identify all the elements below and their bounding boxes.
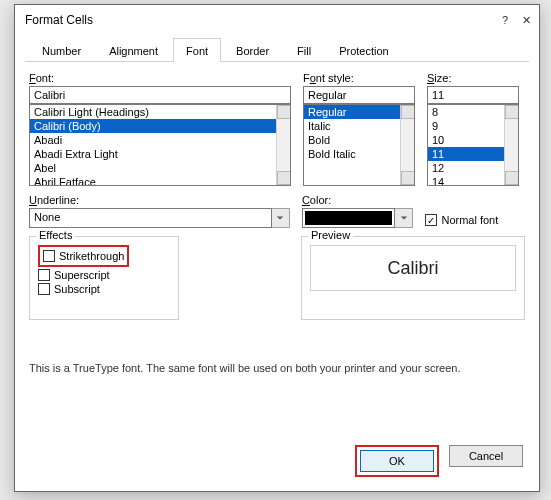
list-item[interactable]: Calibri (Body) (30, 119, 290, 133)
content: Font: Calibri Light (Headings) Calibri (… (15, 62, 539, 384)
ok-button[interactable]: OK (360, 450, 434, 472)
chevron-down-icon[interactable] (272, 208, 290, 228)
size-input[interactable] (427, 86, 519, 104)
list-item[interactable]: Abadi (30, 133, 290, 147)
preview-group: Preview Calibri (301, 236, 525, 320)
checkbox-icon: ✓ (425, 214, 437, 226)
tab-font[interactable]: Font (173, 38, 221, 62)
cancel-button[interactable]: Cancel (449, 445, 523, 467)
strikethrough-checkbox[interactable]: Strikethrough (43, 250, 124, 262)
list-item[interactable]: Italic (304, 119, 414, 133)
underline-label: Underline: (29, 194, 290, 206)
color-swatch (302, 208, 396, 228)
list-item[interactable]: Abel (30, 161, 290, 175)
ok-highlight: OK (355, 445, 439, 477)
fontstyle-listbox[interactable]: Regular Italic Bold Bold Italic ▴ ▾ (303, 104, 415, 186)
list-item[interactable]: Calibri Light (Headings) (30, 105, 290, 119)
tab-number[interactable]: Number (29, 38, 94, 62)
scroll-down-icon[interactable]: ▾ (277, 171, 291, 185)
effects-group: Effects Strikethrough Superscript Subscr (29, 236, 179, 320)
checkbox-icon (38, 283, 50, 295)
color-dropdown[interactable] (302, 208, 414, 228)
effects-label: Effects (36, 229, 75, 241)
color-label: Color: (302, 194, 414, 206)
size-label: Size: (427, 72, 519, 84)
checkbox-icon (38, 269, 50, 281)
scroll-up-icon[interactable]: ▴ (277, 105, 291, 119)
checkbox-icon (43, 250, 55, 262)
scroll-up-icon[interactable]: ▴ (505, 105, 519, 119)
tab-protection[interactable]: Protection (326, 38, 402, 62)
tab-alignment[interactable]: Alignment (96, 38, 171, 62)
underline-dropdown[interactable]: None (29, 208, 290, 228)
preview-label: Preview (308, 229, 353, 241)
scroll-down-icon[interactable]: ▾ (401, 171, 415, 185)
fontstyle-label: Font style: (303, 72, 415, 84)
scrollbar[interactable]: ▴ ▾ (504, 105, 518, 185)
scrollbar[interactable]: ▴ ▾ (276, 105, 290, 185)
preview-sample: Calibri (310, 245, 516, 291)
scrollbar[interactable]: ▴ ▾ (400, 105, 414, 185)
font-input[interactable] (29, 86, 291, 104)
underline-value: None (29, 208, 272, 228)
list-item[interactable]: Abril Fatface (30, 175, 290, 186)
list-item[interactable]: Bold (304, 133, 414, 147)
list-item[interactable]: Bold Italic (304, 147, 414, 161)
font-label: Font: (29, 72, 291, 84)
close-icon[interactable]: ✕ (522, 14, 531, 27)
subscript-checkbox[interactable]: Subscript (38, 283, 170, 295)
list-item[interactable]: Abadi Extra Light (30, 147, 290, 161)
font-listbox[interactable]: Calibri Light (Headings) Calibri (Body) … (29, 104, 291, 186)
chevron-down-icon[interactable] (395, 208, 413, 228)
help-icon[interactable]: ? (502, 14, 508, 27)
window-title: Format Cells (25, 13, 93, 27)
list-item[interactable]: Regular (304, 105, 414, 119)
tabs: Number Alignment Font Border Fill Protec… (25, 37, 529, 62)
tab-fill[interactable]: Fill (284, 38, 324, 62)
format-cells-dialog: Format Cells ? ✕ Number Alignment Font B… (14, 4, 540, 492)
normal-font-checkbox[interactable]: ✓ Normal font (425, 214, 525, 226)
scroll-up-icon[interactable]: ▴ (401, 105, 415, 119)
titlebar: Format Cells ? ✕ (15, 5, 539, 35)
tab-border[interactable]: Border (223, 38, 282, 62)
size-listbox[interactable]: 8 9 10 11 12 14 ▴ ▾ (427, 104, 519, 186)
superscript-checkbox[interactable]: Superscript (38, 269, 170, 281)
fontstyle-input[interactable] (303, 86, 415, 104)
scroll-down-icon[interactable]: ▾ (505, 171, 519, 185)
font-info-note: This is a TrueType font. The same font w… (29, 362, 525, 374)
